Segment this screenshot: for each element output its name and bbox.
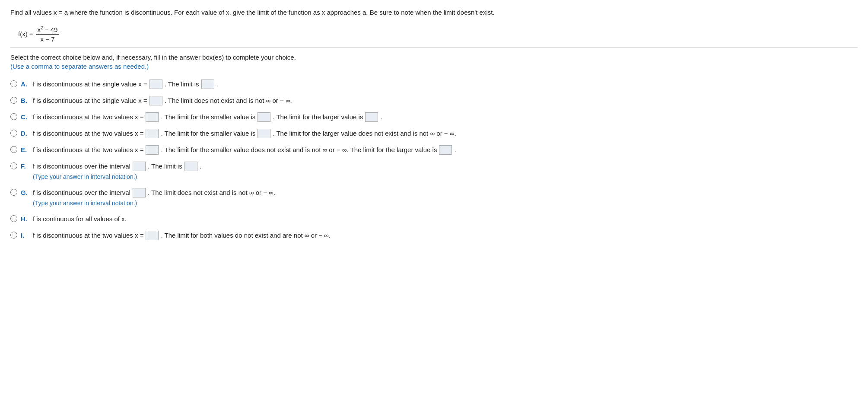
option-d-input-1[interactable] (146, 129, 159, 138)
numerator: x2 − 49 (36, 25, 60, 35)
option-a-radio[interactable] (10, 80, 17, 87)
function-label: f(x) = (18, 30, 33, 38)
option-f-label: F. (21, 161, 29, 172)
option-d-item: D. f is discontinuous at the two values … (10, 125, 858, 142)
option-a-item: A. f is discontinuous at the single valu… (10, 76, 858, 92)
option-f-item: F. f is discontinuous over the interval … (10, 158, 858, 185)
option-b-radio[interactable] (10, 97, 17, 104)
option-i-input-1[interactable] (146, 231, 159, 240)
problem-container: Find all values x = a where the function… (10, 8, 858, 244)
option-g-block: f is discontinuous over the interval . T… (33, 188, 275, 208)
option-f-text: f is discontinuous over the interval . T… (33, 161, 201, 172)
denominator: x − 7 (39, 35, 57, 43)
option-c-radio[interactable] (10, 113, 17, 120)
option-c-text: f is discontinuous at the two values x =… (33, 112, 382, 122)
option-i-text: f is discontinuous at the two values x =… (33, 230, 331, 241)
option-d-label: D. (21, 128, 29, 139)
option-i-radio[interactable] (10, 232, 17, 239)
option-a-text: f is discontinuous at the single value x… (33, 79, 218, 89)
option-f-block: f is discontinuous over the interval . T… (33, 161, 201, 181)
problem-statement: Find all values x = a where the function… (10, 8, 858, 18)
divider (10, 47, 858, 48)
option-f-input-1[interactable] (133, 162, 146, 171)
option-h-radio[interactable] (10, 215, 17, 222)
option-b-item: B. f is discontinuous at the single valu… (10, 92, 858, 109)
instructions-main: Select the correct choice below and, if … (10, 54, 858, 61)
option-e-input-1[interactable] (146, 145, 159, 155)
option-f-radio[interactable] (10, 162, 17, 169)
option-c-input-3[interactable] (365, 112, 378, 122)
option-i-item: I. f is discontinuous at the two values … (10, 227, 858, 244)
function-display: f(x) = x2 − 49 x − 7 (18, 25, 858, 43)
option-d-input-2[interactable] (258, 129, 270, 138)
option-c-input-1[interactable] (146, 112, 159, 122)
option-g-radio[interactable] (10, 189, 17, 196)
option-d-text: f is discontinuous at the two values x =… (33, 128, 456, 139)
option-g-sub-hint: (Type your answer in interval notation.) (33, 198, 275, 208)
option-a-input-1[interactable] (149, 80, 162, 89)
option-g-item: G. f is discontinuous over the interval … (10, 185, 858, 211)
option-a-label: A. (21, 79, 29, 89)
option-a-input-2[interactable] (201, 80, 214, 89)
option-e-text: f is discontinuous at the two values x =… (33, 145, 456, 155)
option-e-label: E. (21, 145, 29, 155)
option-h-item: H. f is continuous for all values of x. (10, 211, 858, 227)
options-list: A. f is discontinuous at the single valu… (10, 76, 858, 244)
option-b-label: B. (21, 95, 29, 106)
option-g-label: G. (21, 188, 29, 198)
option-h-text: f is continuous for all values of x. (33, 214, 127, 224)
option-c-label: C. (21, 112, 29, 122)
option-h-label: H. (21, 214, 29, 224)
option-e-radio[interactable] (10, 146, 17, 153)
option-b-text: f is discontinuous at the single value x… (33, 95, 292, 106)
option-c-item: C. f is discontinuous at the two values … (10, 109, 858, 125)
option-e-item: E. f is discontinuous at the two values … (10, 142, 858, 158)
instructions-hint: (Use a comma to separate answers as need… (10, 63, 858, 70)
option-i-label: I. (21, 230, 29, 241)
option-g-text: f is discontinuous over the interval . T… (33, 188, 275, 198)
option-e-input-2[interactable] (439, 145, 452, 155)
option-f-input-2[interactable] (184, 162, 197, 171)
option-d-radio[interactable] (10, 130, 17, 137)
option-c-input-2[interactable] (258, 112, 270, 122)
option-b-input-1[interactable] (149, 96, 162, 105)
option-g-input-1[interactable] (133, 188, 146, 197)
fraction: x2 − 49 x − 7 (36, 25, 60, 43)
option-f-sub-hint: (Type your answer in interval notation.) (33, 172, 201, 181)
